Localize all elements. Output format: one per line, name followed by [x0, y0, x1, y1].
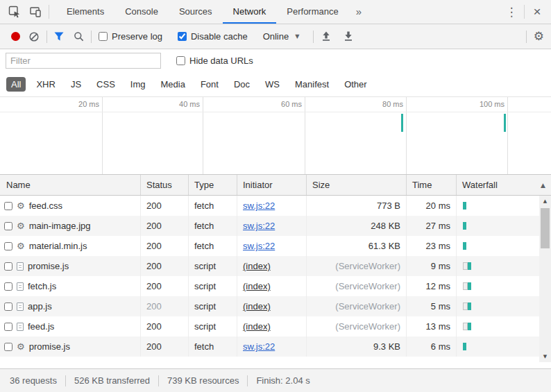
filter-toggle-button[interactable] [54, 28, 64, 46]
device-toolbar-button[interactable] [25, 2, 46, 22]
resource-filter-doc[interactable]: Doc [229, 77, 255, 92]
resource-filter-all[interactable]: All [6, 77, 26, 92]
row-checkbox[interactable] [4, 202, 12, 210]
size-cell: (ServiceWorker) [307, 296, 407, 316]
initiator-cell: (index) [237, 316, 307, 336]
row-checkbox[interactable] [4, 302, 12, 311]
tab-elements[interactable]: Elements [56, 0, 115, 24]
resource-filter-ws[interactable]: WS [260, 77, 285, 92]
overview-request-bar [401, 114, 403, 132]
row-checkbox[interactable] [4, 323, 12, 331]
record-button[interactable] [7, 28, 28, 46]
resource-filter-xhr[interactable]: XHR [31, 77, 60, 92]
initiator-link[interactable]: sw.js:22 [243, 221, 275, 231]
time-cell: 27 ms [407, 216, 457, 236]
disable-cache-checkbox[interactable] [178, 32, 187, 41]
settings-button[interactable]: ⚙ [534, 28, 544, 46]
type-cell: script [189, 256, 237, 276]
column-header-name[interactable]: Name [0, 175, 141, 195]
throttling-select[interactable]: Online ▼ [263, 31, 300, 42]
scroll-down-button[interactable]: ▼ [539, 351, 551, 362]
clear-icon [28, 31, 40, 42]
column-header-status[interactable]: Status [141, 175, 189, 195]
inspect-element-button[interactable] [4, 2, 25, 22]
tab-network[interactable]: Network [223, 0, 277, 24]
clear-button[interactable] [28, 28, 40, 46]
table-row[interactable]: app.js 200 script (index) (ServiceWorker… [0, 296, 551, 316]
timeline-gridline [305, 97, 305, 174]
preserve-log-checkbox[interactable] [99, 32, 108, 41]
table-row[interactable]: fetch.js 200 script (index) (ServiceWork… [0, 276, 551, 296]
resource-filter-js[interactable]: JS [66, 77, 86, 92]
resource-filter-font[interactable]: Font [196, 77, 223, 92]
waterfall-bar [463, 343, 466, 350]
resource-filter-media[interactable]: Media [155, 77, 189, 92]
table-row[interactable]: ⚙ material.min.js 200 fetch sw.js:22 61.… [0, 236, 551, 256]
table-row[interactable]: ⚙ promise.js 200 fetch sw.js:22 9.3 KB 6… [0, 336, 551, 357]
resource-filter-img[interactable]: Img [126, 77, 151, 92]
scroll-thumb[interactable] [541, 208, 550, 248]
more-tabs-chevron[interactable]: » [349, 0, 368, 24]
hide-data-urls-control: Hide data URLs [176, 56, 253, 66]
time-cell: 9 ms [407, 256, 457, 276]
initiator-cell: (index) [237, 296, 307, 316]
initiator-link[interactable]: (index) [243, 321, 271, 332]
hide-data-urls-checkbox[interactable] [176, 56, 185, 65]
network-overview[interactable]: 20 ms 40 ms 60 ms 80 ms 100 ms [0, 97, 551, 175]
export-har-button[interactable] [343, 28, 354, 46]
resource-filter-other[interactable]: Other [339, 77, 372, 92]
search-button[interactable] [74, 28, 84, 46]
document-icon [17, 323, 24, 331]
column-header-waterfall[interactable]: Waterfall ▲ [457, 175, 551, 195]
summary-transferred: 526 KB transferred [74, 375, 150, 386]
table-row[interactable]: ⚙ main-image.jpg 200 fetch sw.js:22 248 … [0, 216, 551, 236]
resource-filter-css[interactable]: CSS [92, 77, 120, 92]
waterfall-bar [463, 242, 466, 250]
table-row[interactable]: ⚙ feed.css 200 fetch sw.js:22 773 B 20 m… [0, 196, 551, 216]
resource-type-filters: All XHR JS CSS Img Media Font Doc WS Man… [0, 72, 551, 97]
table-row[interactable]: promise.js 200 script (index) (ServiceWo… [0, 256, 551, 276]
tab-console[interactable]: Console [115, 0, 169, 24]
waterfall-cell [457, 256, 551, 276]
column-header-time[interactable]: Time [407, 175, 457, 195]
resource-filter-manifest[interactable]: Manifest [290, 77, 334, 92]
time-cell: 5 ms [407, 296, 457, 316]
filter-row: Hide data URLs [0, 49, 551, 72]
initiator-link[interactable]: (index) [243, 281, 271, 291]
device-toolbar-icon [29, 6, 42, 18]
timeline-gridline [507, 97, 508, 174]
row-checkbox[interactable] [4, 343, 12, 351]
kebab-menu-icon[interactable]: ⋮ [502, 2, 521, 22]
row-checkbox[interactable] [4, 262, 12, 271]
initiator-link[interactable]: (index) [243, 261, 271, 271]
filter-input[interactable] [6, 53, 161, 69]
waterfall-bar [463, 222, 466, 230]
summary-resources: 739 KB resources [167, 375, 239, 386]
initiator-link[interactable]: (index) [243, 301, 271, 312]
status-cell: 200 [141, 256, 189, 276]
waterfall-cell [457, 276, 551, 296]
row-checkbox[interactable] [4, 242, 12, 250]
row-checkbox[interactable] [4, 282, 12, 291]
import-har-button[interactable] [321, 28, 332, 46]
initiator-link[interactable]: sw.js:22 [243, 241, 275, 251]
column-header-initiator[interactable]: Initiator [237, 175, 307, 195]
initiator-link[interactable]: sw.js:22 [243, 341, 275, 352]
initiator-link[interactable]: sw.js:22 [243, 201, 275, 211]
column-header-type[interactable]: Type [189, 175, 237, 195]
tab-sources[interactable]: Sources [169, 0, 223, 24]
inspect-cursor-icon [8, 6, 21, 18]
row-checkbox[interactable] [4, 222, 12, 230]
timeline-tick: 80 ms [382, 100, 403, 108]
type-cell: script [189, 316, 237, 336]
time-cell: 13 ms [407, 316, 457, 336]
tab-performance[interactable]: Performance [276, 0, 348, 24]
size-cell: (ServiceWorker) [307, 276, 407, 296]
status-cell: 200 [141, 296, 189, 316]
table-row[interactable]: feed.js 200 script (index) (ServiceWorke… [0, 316, 551, 336]
close-icon[interactable]: × [527, 2, 547, 22]
column-header-size[interactable]: Size [307, 175, 407, 195]
request-name: fetch.js [28, 281, 56, 291]
scroll-up-button[interactable]: ▲ [539, 196, 551, 207]
timeline-gridline [102, 97, 103, 174]
